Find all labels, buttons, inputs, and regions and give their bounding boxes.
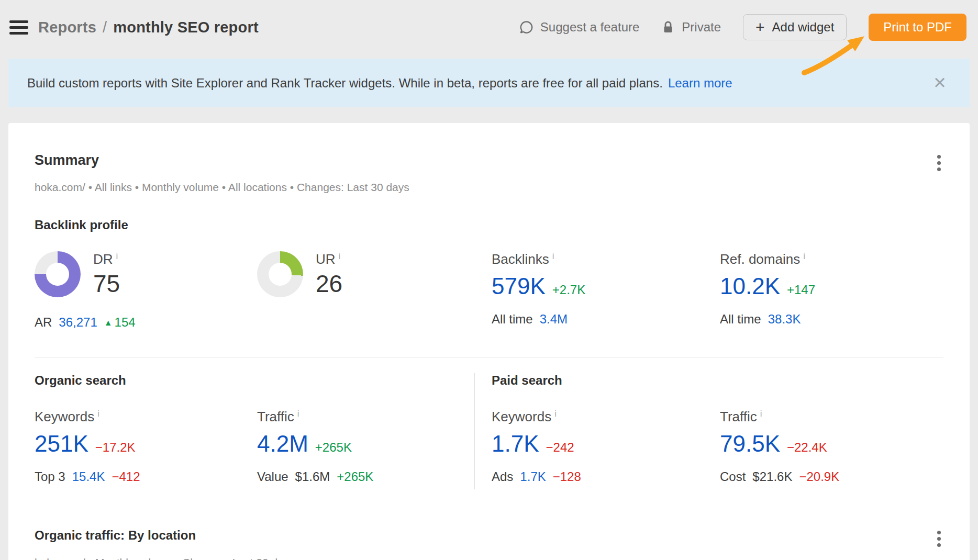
ur-label-row: URi (316, 251, 342, 268)
info-icon[interactable]: i (803, 251, 805, 261)
location-scope-subtitle: hoka.com/ • Monthly volume • Changes: La… (35, 556, 943, 560)
paid-traffic-value[interactable]: 79.5K (720, 432, 780, 456)
refdomains-delta: +147 (787, 283, 815, 297)
plus-icon: + (755, 19, 765, 35)
value-amount: $1.6M (295, 469, 330, 484)
info-icon[interactable]: i (297, 409, 299, 419)
info-icon[interactable]: i (760, 409, 762, 419)
ar-label: AR (35, 315, 52, 330)
cost-label: Cost (720, 469, 746, 484)
suggest-feature-label: Suggest a feature (540, 20, 639, 35)
ar-value-link[interactable]: 36,271 (59, 315, 97, 330)
print-to-pdf-button[interactable]: Print to PDF (869, 14, 966, 41)
summary-kebab-menu-icon[interactable] (935, 152, 943, 174)
privacy-status[interactable]: Private (661, 20, 721, 35)
info-icon[interactable]: i (97, 409, 99, 419)
metric-backlinks: Backlinksi 579K +2.7K All time 3.4M (492, 251, 720, 330)
refdomains-value-row: 10.2K +147 (720, 274, 943, 298)
paid-keywords-label: Keywords (492, 409, 551, 424)
organic-traffic-label: Traffic (257, 409, 294, 424)
search-sections: Organic search Keywordsi 251K −17.2K Top… (35, 373, 943, 489)
add-widget-button[interactable]: + Add widget (743, 14, 847, 40)
reports-page: Reports / monthly SEO report Suggest a f… (0, 0, 978, 560)
breadcrumb-reports-link[interactable]: Reports (38, 19, 96, 36)
ads-value-link[interactable]: 1.7K (520, 469, 546, 484)
refdomains-value[interactable]: 10.2K (720, 274, 780, 298)
summary-title: Summary (35, 152, 99, 169)
hamburger-menu-icon[interactable] (8, 15, 29, 40)
speech-bubble-icon (519, 20, 534, 35)
banner-close-icon[interactable]: ✕ (931, 73, 949, 93)
cost-amount: $21.6K (752, 469, 792, 484)
hamburger-bar (9, 20, 28, 23)
top3-delta: −412 (112, 469, 140, 484)
kebab-dot (937, 167, 941, 171)
organic-traffic-value[interactable]: 4.2M (257, 432, 308, 456)
info-icon[interactable]: i (339, 251, 341, 261)
info-icon[interactable]: i (116, 251, 118, 261)
organic-keywords-label: Keywords (35, 409, 94, 424)
dr-donut-row: DRi 75 (35, 251, 257, 297)
hamburger-bar (9, 26, 28, 29)
paid-search-heading: Paid search (492, 373, 943, 388)
ads-delta: −128 (553, 469, 581, 484)
top3-value-link[interactable]: 15.4K (72, 469, 105, 484)
breadcrumb: Reports / monthly SEO report (38, 19, 259, 36)
dr-label: DR (93, 251, 113, 267)
paid-traffic-label-row: Traffici (720, 409, 943, 425)
print-to-pdf-label: Print to PDF (883, 20, 952, 35)
backlinks-value[interactable]: 579K (492, 274, 546, 298)
paid-ads-subrow: Ads 1.7K −128 (492, 469, 720, 484)
up-triangle-icon: ▲ (104, 318, 113, 328)
metric-domain-rating: DRi 75 AR 36,271 ▲ 154 (35, 251, 257, 330)
summary-widget-card: Summary hoka.com/ • All links • Monthly … (8, 123, 970, 560)
refdomains-label-row: Ref. domainsi (720, 251, 943, 268)
paid-keywords-value[interactable]: 1.7K (492, 432, 539, 456)
metric-organic-keywords: Keywordsi 251K −17.2K Top 3 15.4K −412 (35, 409, 257, 484)
backlinks-label: Backlinks (492, 251, 549, 267)
kebab-dot (937, 161, 941, 165)
alltime-value-link[interactable]: 3.4M (540, 312, 568, 327)
privacy-label: Private (682, 20, 721, 35)
organic-keywords-label-row: Keywordsi (35, 409, 257, 425)
refdomains-alltime-subrow: All time 38.3K (720, 312, 943, 327)
paid-cost-subrow: Cost $21.6K −20.9K (720, 469, 943, 484)
kebab-dot (937, 531, 941, 534)
info-icon[interactable]: i (554, 409, 557, 419)
ur-label: UR (316, 251, 336, 267)
backlinks-value-row: 579K +2.7K (492, 274, 720, 298)
refdomains-label: Ref. domains (720, 251, 800, 267)
kebab-dot (937, 155, 941, 159)
paid-search-section: Paid search Keywordsi 1.7K −242 Ads 1.7K (475, 373, 943, 489)
ads-label: Ads (492, 469, 513, 484)
suggest-feature-button[interactable]: Suggest a feature (519, 20, 639, 35)
organic-search-heading: Organic search (35, 373, 474, 388)
ur-value: 26 (316, 271, 342, 296)
organic-keywords-value[interactable]: 251K (35, 432, 88, 456)
kebab-dot (937, 537, 941, 541)
dr-label-row: DRi (93, 251, 120, 268)
summary-header: Summary (35, 123, 943, 174)
ur-texts: URi 26 (316, 251, 342, 297)
ar-delta: ▲ 154 (104, 315, 136, 330)
dr-donut-chart (35, 251, 81, 297)
breadcrumb-separator: / (103, 19, 107, 36)
top-header: Reports / monthly SEO report Suggest a f… (0, 0, 978, 59)
organic-keywords-delta: −17.2K (95, 440, 136, 455)
metric-paid-traffic: Traffici 79.5K −22.4K Cost $21.6K −20.9K (720, 409, 943, 484)
info-icon[interactable]: i (552, 251, 554, 261)
paid-keywords-value-row: 1.7K −242 (492, 432, 720, 456)
learn-more-link[interactable]: Learn more (668, 76, 732, 91)
organic-search-metrics: Keywordsi 251K −17.2K Top 3 15.4K −412 (35, 409, 474, 489)
backlinks-label-row: Backlinksi (492, 251, 720, 268)
paid-keywords-label-row: Keywordsi (492, 409, 720, 425)
page-title: monthly SEO report (113, 19, 259, 36)
location-kebab-menu-icon[interactable] (935, 528, 943, 550)
organic-search-section: Organic search Keywordsi 251K −17.2K Top… (35, 373, 475, 489)
organic-keywords-value-row: 251K −17.2K (35, 432, 257, 456)
metric-paid-keywords: Keywordsi 1.7K −242 Ads 1.7K −128 (492, 409, 720, 484)
ur-donut-row: URi 26 (257, 251, 492, 297)
alltime-value-link[interactable]: 38.3K (768, 312, 801, 327)
banner-message: Build custom reports with Site Explorer … (27, 76, 663, 91)
lock-icon (661, 20, 675, 35)
